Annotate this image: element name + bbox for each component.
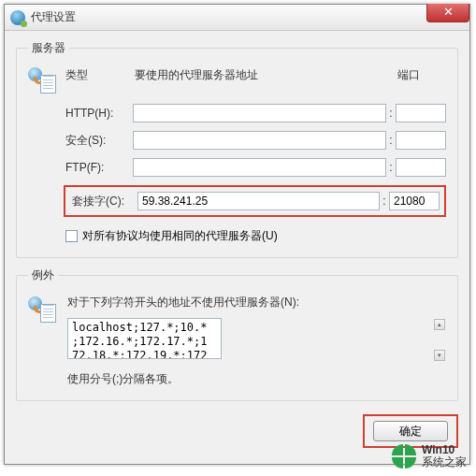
document-icon	[40, 304, 56, 323]
exceptions-legend: 例外	[28, 267, 58, 283]
https-port-input[interactable]	[396, 131, 446, 150]
scroll-up-button[interactable]: ▴	[434, 319, 445, 330]
https-address-input[interactable]	[133, 131, 386, 150]
same-for-all-label: 对所有协议均使用相同的代理服务器(U)	[82, 228, 278, 244]
exceptions-note: 使用分号(;)分隔各项。	[67, 371, 446, 387]
http-port-input[interactable]	[396, 104, 446, 123]
window-title: 代理设置	[31, 9, 76, 25]
ftp-label: FTP(F):	[65, 161, 133, 174]
socks-highlight-row: 套接字(C): :	[64, 185, 446, 217]
http-label: HTTP(H):	[65, 107, 133, 120]
exceptions-group: 例外 对于下列字符开头的地址不使用代理服务器(N): ▴ ▾	[16, 267, 458, 401]
header-port: 端口	[396, 67, 446, 83]
separator: :	[386, 134, 396, 147]
servers-icon	[28, 65, 58, 95]
socks-port-input[interactable]	[389, 192, 440, 210]
globe-settings-icon	[10, 10, 25, 25]
header-address: 要使用的代理服务器地址	[133, 67, 386, 83]
socks-address-input[interactable]	[137, 192, 380, 210]
ftp-port-input[interactable]	[396, 158, 446, 177]
watermark: Win10 系统之家	[392, 444, 467, 469]
same-for-all-checkbox[interactable]	[65, 230, 78, 242]
dialog-body: 服务器 类型 要使用的代理服务器地址 端口 HTTP(H):	[5, 31, 469, 464]
watermark-text: Win10 系统之家	[422, 444, 467, 469]
separator: :	[386, 161, 396, 174]
close-button[interactable]: ✕	[426, 4, 469, 22]
close-icon: ✕	[443, 5, 454, 19]
footer: 确定	[16, 411, 458, 448]
titlebar: 代理设置 ✕	[5, 5, 469, 31]
scroll-down-button[interactable]: ▾	[434, 350, 445, 361]
header-type: 类型	[65, 67, 133, 83]
exceptions-textarea-wrap: ▴ ▾	[67, 318, 446, 362]
http-address-input[interactable]	[133, 104, 386, 123]
ftp-address-input[interactable]	[133, 158, 386, 177]
exceptions-textarea[interactable]	[67, 318, 222, 359]
document-icon	[40, 75, 56, 94]
textarea-scrollbar: ▴ ▾	[434, 319, 445, 361]
exceptions-icon	[28, 295, 58, 387]
proxy-settings-dialog: 代理设置 ✕ 服务器 类型 要使用的代理服务器地址	[4, 4, 470, 465]
servers-group: 服务器 类型 要使用的代理服务器地址 端口 HTTP(H):	[16, 40, 458, 258]
watermark-logo-icon	[392, 444, 416, 469]
separator: :	[380, 195, 389, 208]
same-for-all-row[interactable]: 对所有协议均使用相同的代理服务器(U)	[65, 228, 446, 244]
separator: :	[386, 107, 396, 120]
ok-button[interactable]: 确定	[373, 421, 448, 441]
watermark-line2: 系统之家	[422, 456, 467, 469]
socks-label: 套接字(C):	[70, 194, 137, 209]
servers-grid: 类型 要使用的代理服务器地址 端口 HTTP(H): : 安全(S): : FT…	[28, 67, 446, 244]
servers-legend: 服务器	[28, 40, 69, 56]
exceptions-heading: 对于下列字符开头的地址不使用代理服务器(N):	[67, 295, 446, 310]
https-label: 安全(S):	[65, 133, 133, 149]
